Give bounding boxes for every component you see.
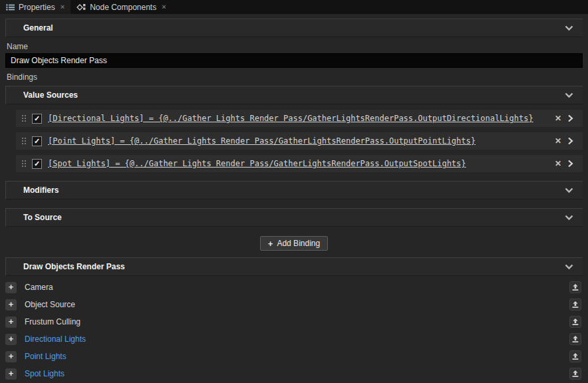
section-to-source[interactable]: To Source: [5, 208, 583, 227]
remove-binding-icon[interactable]: ✕: [555, 160, 561, 168]
property-label[interactable]: Directional Lights: [25, 334, 569, 344]
chevron-down-icon[interactable]: [565, 92, 576, 98]
node-components-icon: [76, 3, 86, 11]
remove-binding-icon[interactable]: ✕: [555, 114, 561, 122]
section-render-pass[interactable]: Draw Objects Render Pass: [5, 257, 583, 276]
binding-row: ✓ [Directional Lights] = {@../Gather Lig…: [16, 110, 583, 127]
section-render-pass-title: Draw Objects Render Pass: [23, 262, 565, 271]
tab-node-components[interactable]: Node Components ×: [71, 0, 172, 14]
property-label: Frustum Culling: [25, 317, 569, 326]
add-binding-label: Add Binding: [277, 239, 320, 248]
push-to-node-button[interactable]: [569, 281, 581, 293]
property-row-camera: + Camera: [5, 279, 583, 296]
binding-row: ✓ [Spot Lights] = {@../Gather Lights Ren…: [16, 155, 583, 172]
property-label[interactable]: Spot Lights: [25, 369, 569, 378]
property-label: Camera: [25, 283, 569, 292]
tab-properties[interactable]: Properties ×: [0, 0, 71, 14]
section-value-sources[interactable]: Value Sources: [5, 86, 583, 104]
add-property-button[interactable]: +: [5, 351, 17, 362]
push-to-node-button[interactable]: [569, 350, 581, 362]
property-label: Object Source: [25, 300, 569, 309]
push-to-node-button[interactable]: [569, 368, 581, 380]
open-binding-icon[interactable]: [567, 137, 577, 145]
add-property-button[interactable]: +: [5, 334, 17, 345]
drag-handle-icon[interactable]: [21, 159, 27, 168]
tab-properties-label: Properties: [19, 3, 55, 12]
add-property-button[interactable]: +: [5, 282, 17, 293]
properties-panel: General Name Bindings Value Sources ✓ [D…: [0, 19, 588, 382]
property-list: + Camera + Object Source + Frustum Culli…: [5, 279, 583, 382]
section-modifiers[interactable]: Modifiers: [5, 181, 583, 199]
section-general[interactable]: General: [5, 19, 583, 37]
binding-checkbox[interactable]: ✓: [32, 136, 42, 146]
binding-expression[interactable]: [Point Lights] = {@../Gather Lights Rend…: [48, 136, 543, 146]
tab-properties-close-icon[interactable]: ×: [61, 3, 65, 11]
section-general-title: General: [23, 23, 565, 33]
name-label: Name: [7, 42, 581, 51]
add-property-button[interactable]: +: [5, 317, 17, 328]
drag-handle-icon[interactable]: [21, 114, 27, 123]
binding-expression[interactable]: [Directional Lights] = {@../Gather Light…: [48, 114, 543, 123]
tab-node-components-label: Node Components: [90, 3, 156, 12]
drag-handle-icon[interactable]: [21, 136, 27, 146]
binding-expression[interactable]: [Spot Lights] = {@../Gather Lights Rende…: [48, 159, 543, 168]
add-property-button[interactable]: +: [5, 368, 17, 380]
chevron-down-icon[interactable]: [565, 25, 576, 31]
section-modifiers-title: Modifiers: [23, 186, 565, 195]
property-row-spot-lights: + Spot Lights: [5, 365, 583, 382]
open-binding-icon[interactable]: [567, 160, 577, 168]
push-to-node-button[interactable]: [569, 333, 581, 345]
binding-row: ✓ [Point Lights] = {@../Gather Lights Re…: [16, 132, 583, 150]
property-row-object-source: + Object Source: [5, 296, 583, 313]
bindings-label: Bindings: [7, 72, 581, 82]
binding-checkbox[interactable]: ✓: [32, 114, 42, 124]
tab-bar: Properties × Node Components ×: [0, 0, 588, 14]
add-property-button[interactable]: +: [5, 299, 17, 311]
chevron-down-icon[interactable]: [565, 264, 576, 270]
property-row-point-lights: + Point Lights: [5, 348, 583, 365]
section-value-sources-title: Value Sources: [23, 90, 565, 100]
section-to-source-title: To Source: [23, 213, 565, 222]
binding-rows: ✓ [Directional Lights] = {@../Gather Lig…: [16, 110, 583, 172]
properties-list-icon: [6, 4, 15, 11]
binding-checkbox[interactable]: ✓: [32, 159, 42, 169]
property-label[interactable]: Point Lights: [25, 352, 569, 361]
push-to-node-button[interactable]: [569, 316, 581, 328]
add-binding-button[interactable]: + Add Binding: [260, 236, 328, 251]
open-binding-icon[interactable]: [567, 114, 577, 122]
name-input[interactable]: [5, 53, 583, 68]
property-row-directional-lights: + Directional Lights: [5, 330, 583, 348]
plus-icon: +: [268, 239, 273, 248]
push-to-node-button[interactable]: [569, 299, 581, 311]
remove-binding-icon[interactable]: ✕: [555, 137, 561, 145]
chevron-down-icon[interactable]: [565, 215, 576, 221]
property-row-frustum-culling: + Frustum Culling: [5, 313, 583, 330]
tab-node-components-close-icon[interactable]: ×: [162, 3, 166, 11]
chevron-down-icon[interactable]: [565, 188, 576, 193]
